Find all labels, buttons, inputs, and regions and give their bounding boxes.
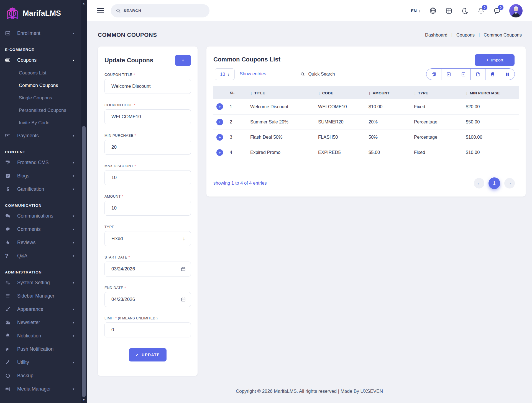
sidebar-item-comments[interactable]: Comments ▾ xyxy=(0,223,81,236)
sidebar-item-sidebar-manager[interactable]: Sidebar Manager xyxy=(0,289,81,303)
sidebar-item-media-manager[interactable]: Media Manager ▾ xyxy=(0,382,81,396)
sidebar-item-newsletter[interactable]: Newsletter ▾ xyxy=(0,316,81,329)
max-discount-field[interactable] xyxy=(104,170,191,185)
hammer-icon xyxy=(5,360,12,365)
add-coupon-button[interactable]: + xyxy=(175,55,191,66)
sidebar-item-notification[interactable]: Notification ▾ xyxy=(0,329,81,342)
column-header-code[interactable]: ↓CODE xyxy=(316,86,367,99)
sidebar-subitem-coupons-list[interactable]: Coupons List xyxy=(0,67,81,79)
sidebar-item-push-notification[interactable]: Push Notification xyxy=(0,342,81,356)
export-excel-button[interactable] xyxy=(441,69,456,80)
start-date-field[interactable] xyxy=(104,262,191,277)
chevron-down-icon: ↓ xyxy=(418,8,421,13)
dark-mode-moon-icon[interactable] xyxy=(461,7,469,15)
limit-field[interactable] xyxy=(104,322,191,337)
sidebar-item-system-setting[interactable]: System Setting ▾ xyxy=(0,276,81,289)
calendar-icon[interactable] xyxy=(181,267,186,272)
sidebar-item-utility[interactable]: Utility ▾ xyxy=(0,356,81,369)
apps-layout-icon[interactable] xyxy=(445,7,453,15)
hamburger-menu-icon[interactable] xyxy=(97,7,104,14)
sidebar-item-enrollment[interactable]: Enrollment ▾ xyxy=(0,27,81,40)
cell-min-purchase: $10.00 xyxy=(463,145,519,160)
amount-label: AMOUNT * xyxy=(104,194,191,198)
column-header-amount[interactable]: ↓AMOUNT xyxy=(367,86,411,99)
coupon-title-label: COUPON TITLE * xyxy=(104,73,191,77)
sidebar-item-reviews[interactable]: Reviews ▾ xyxy=(0,236,81,249)
column-header-title[interactable]: ↓TITLE xyxy=(247,86,316,99)
sort-arrow-icon: ↓ xyxy=(466,91,468,95)
column-header-min-purchase[interactable]: ↓MIN PURCHASE xyxy=(463,86,519,99)
previous-page-button[interactable]: ← xyxy=(474,178,484,188)
column-header-sl[interactable]: SL xyxy=(226,86,247,99)
coupon-code-field[interactable] xyxy=(104,109,191,124)
column-visibility-button[interactable] xyxy=(500,69,515,80)
sidebar-item-blogs[interactable]: Blogs ▾ xyxy=(0,169,81,182)
breadcrumb-coupons[interactable]: Coupons xyxy=(456,32,475,38)
sidebar-item-frontend-cms[interactable]: Frontend CMS ▾ xyxy=(0,156,81,169)
expand-row-button[interactable]: + xyxy=(216,103,223,110)
expand-row-button[interactable]: + xyxy=(216,149,223,156)
sidebar-item-communications[interactable]: Communications ▾ xyxy=(0,209,81,223)
cell-code: EXPIRED5 xyxy=(316,145,367,160)
breadcrumb-dashboard[interactable]: Dashboard xyxy=(425,32,447,38)
export-copy-button[interactable] xyxy=(426,69,441,80)
cell-type: Percentage xyxy=(411,114,463,130)
table-row: + 3 Flash Deal 50% FLASH50 50% Percentag… xyxy=(213,130,519,145)
min-purchase-field[interactable] xyxy=(104,140,191,155)
cell-code: WELCOME10 xyxy=(316,99,367,114)
page-number-button[interactable]: 1 xyxy=(488,177,500,189)
amount-field[interactable] xyxy=(104,201,191,216)
sidebar-section-communication: COMMUNICATION xyxy=(0,196,81,209)
sidebar-subitem-personalized-coupons[interactable]: Personalized Coupons xyxy=(0,104,81,117)
type-select[interactable]: Fixed ↓ xyxy=(104,231,191,246)
export-button-group xyxy=(426,68,515,80)
image-icon xyxy=(5,30,12,36)
search-input[interactable] xyxy=(124,9,204,13)
sort-arrow-icon: ↓ xyxy=(369,91,371,95)
export-csv-button[interactable] xyxy=(456,69,470,80)
export-pdf-button[interactable] xyxy=(470,69,485,80)
scroll-up-icon[interactable]: ▲ xyxy=(81,1,87,6)
calendar-icon[interactable] xyxy=(181,297,186,302)
language-selector[interactable]: EN ↓ xyxy=(411,8,421,13)
page-size-select[interactable]: 10 ↓ xyxy=(215,68,235,80)
end-date-field[interactable] xyxy=(104,292,191,307)
pagination: ← 1 → xyxy=(474,177,515,189)
coupon-title-field[interactable] xyxy=(104,79,191,94)
expand-row-button[interactable]: + xyxy=(216,134,223,141)
notifications-bell-icon[interactable]: 0 xyxy=(477,7,485,15)
sidebar-subitem-single-coupons[interactable]: Single Coupons xyxy=(0,92,81,104)
sidebar-item-appearance[interactable]: Appearance ▾ xyxy=(0,303,81,316)
paint-roller-icon xyxy=(5,160,12,165)
coupon-code-label: COUPON CODE * xyxy=(104,103,191,107)
expand-row-button[interactable]: + xyxy=(216,119,223,125)
medal-icon xyxy=(5,186,12,192)
brand-logo[interactable]: MarifaLMS xyxy=(0,0,81,27)
search-icon xyxy=(116,8,121,13)
breadcrumb-common-coupons[interactable]: Common Coupons xyxy=(484,32,522,38)
scroll-down-icon[interactable]: ▼ xyxy=(81,397,87,402)
globe-icon[interactable] xyxy=(429,7,437,15)
update-button[interactable]: ✓ UPDATE xyxy=(129,348,167,361)
messages-icon[interactable]: 0 xyxy=(493,7,501,15)
export-print-button[interactable] xyxy=(485,69,500,80)
update-coupons-card: Update Coupons + COUPON TITLE * COUPON C… xyxy=(98,46,198,376)
quick-search xyxy=(300,68,397,80)
sidebar-item-backup[interactable]: Backup xyxy=(0,369,81,382)
sidebar-item-gamification[interactable]: Gamification ▾ xyxy=(0,182,81,196)
sidebar-subitem-common-coupons[interactable]: Common Coupons xyxy=(0,79,81,92)
next-page-button[interactable]: → xyxy=(504,178,515,188)
sidebar-item-payments[interactable]: Payments ▾ xyxy=(0,129,81,142)
sidebar-scrollbar[interactable]: ▲ ▼ xyxy=(81,0,87,403)
sidebar-subitem-invite-by-code[interactable]: Invite By Code xyxy=(0,117,81,129)
quick-search-input[interactable] xyxy=(308,72,397,77)
sidebar-item-label: Notification xyxy=(17,333,73,339)
sidebar-item-coupons[interactable]: Coupons ▴ xyxy=(0,53,81,67)
cell-sl: 1 xyxy=(226,99,247,114)
import-button[interactable]: + Import xyxy=(475,54,515,66)
sidebar-subitem-label: Single Coupons xyxy=(19,95,52,101)
column-header-type[interactable]: ↓TYPE xyxy=(411,86,463,99)
user-avatar[interactable] xyxy=(509,4,523,17)
scrollbar-thumb[interactable] xyxy=(82,126,86,397)
sidebar-item-q-a[interactable]: ? Q&A ▾ xyxy=(0,249,81,262)
